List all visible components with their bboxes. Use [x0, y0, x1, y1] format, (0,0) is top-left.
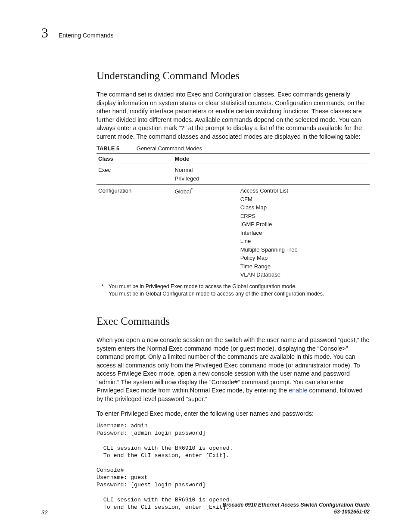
running-header: 3 Entering Commands	[41, 26, 370, 40]
cell-exec-mode: Normal Privileged	[173, 164, 370, 185]
page: 3 Entering Commands Understanding Comman…	[0, 0, 411, 532]
submode-erps: ERPS	[240, 213, 255, 219]
submode-acl: Access Control List	[240, 187, 288, 194]
section1-paragraph: The command set is divided into Exec and…	[97, 90, 370, 141]
cell-cfg-mode: Global*	[173, 185, 239, 281]
footnote-marker: *	[97, 283, 109, 298]
cell-exec-class: Exec	[97, 164, 173, 185]
footer-guide: Brocade 6910 Ethernet Access Switch Conf…	[222, 502, 370, 508]
footnote-ref-icon: *	[191, 187, 193, 192]
chapter-label: Entering Commands	[59, 32, 114, 39]
th-class: Class	[97, 154, 173, 164]
submode-line: Line	[240, 238, 251, 244]
submode-interface: Interface	[240, 230, 262, 236]
link-enable[interactable]: enable	[289, 387, 307, 394]
page-footer: 32 Brocade 6910 Ethernet Access Switch C…	[35, 502, 370, 516]
mode-normal: Normal	[175, 167, 193, 173]
footer-right: Brocade 6910 Ethernet Access Switch Conf…	[222, 502, 370, 516]
submode-mstp: Multiple Spanning Tree	[240, 246, 298, 253]
cell-cfg-submodes: Access Control List CFM Class Map ERPS I…	[239, 185, 370, 281]
table-row: Exec Normal Privileged	[97, 164, 370, 185]
table-footnote: * You must be in Privileged Exec mode to…	[97, 283, 370, 298]
footnote-line2: You must be in Global Configuration mode…	[109, 291, 324, 297]
table-row: Configuration Global* Access Control Lis…	[97, 185, 370, 281]
section-heading-understanding: Understanding Command Modes	[97, 70, 370, 82]
code-block: Username: admin Password: [admin login p…	[97, 422, 370, 511]
cell-cfg-class: Configuration	[97, 185, 173, 281]
mode-privileged: Privileged	[175, 175, 199, 182]
submode-classmap: Class Map	[240, 204, 267, 211]
submode-igmp: IGMP Profile	[240, 221, 272, 227]
section-heading-exec: Exec Commands	[97, 315, 370, 327]
th-mode: Mode	[173, 154, 370, 164]
table-label: TABLE 5	[97, 145, 119, 152]
para-pre: When you open a new console session on t…	[97, 336, 370, 394]
submode-policymap: Policy Map	[240, 255, 268, 261]
submode-cfm: CFM	[240, 196, 252, 202]
chapter-number: 3	[41, 26, 48, 40]
footer-docid: 53-1002651-02	[334, 509, 370, 515]
table-title: General Command Modes	[137, 145, 202, 152]
section2-paragraph2: To enter Privileged Exec mode, enter the…	[97, 410, 370, 418]
submode-vlan: VLAN Database	[240, 271, 280, 278]
table-caption: TABLE 5 General Command Modes	[97, 145, 370, 152]
page-number: 32	[35, 509, 47, 516]
submode-timerange: Time Range	[240, 263, 271, 270]
mode-global: Global	[175, 189, 191, 195]
table-command-modes: Class Mode Exec Normal Privileged Config…	[97, 153, 370, 281]
footnote-line1: You must be in Privileged Exec mode to a…	[109, 283, 297, 289]
footnote-text: You must be in Privileged Exec mode to a…	[109, 283, 370, 298]
content-body: Understanding Command Modes The command …	[97, 70, 370, 511]
section2-paragraph1: When you open a new console session on t…	[97, 336, 370, 404]
